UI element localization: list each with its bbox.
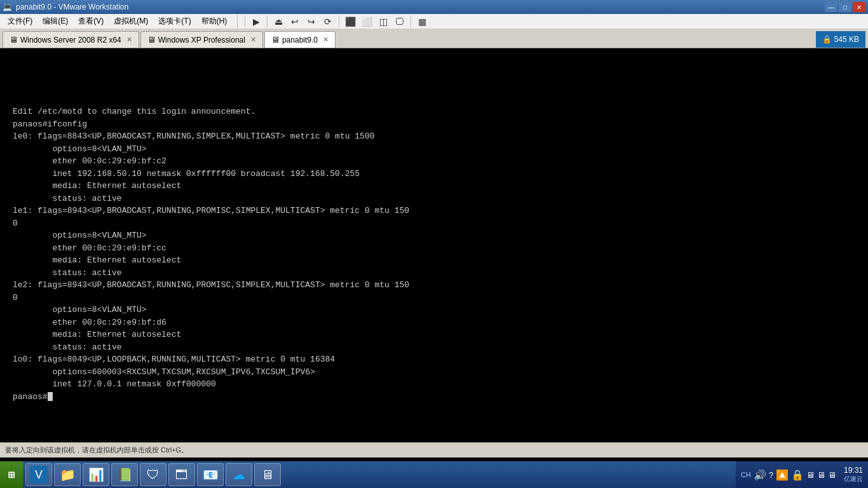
menubar: 文件(F) 编辑(E) 查看(V) 虚拟机(M) 选项卡(T) 帮助(H) ▶ … (0, 14, 868, 29)
network-badge: 🔒 545 KB (816, 31, 865, 48)
tab-windows-server-close[interactable]: ✕ (126, 36, 132, 44)
term-line-23: options=600003<RXCSUM,TXCSUM,RXCSUM_IPV6… (13, 366, 855, 379)
tab-windows-server[interactable]: 🖥 Windows Server 2008 R2 x64 ✕ (3, 31, 139, 48)
term-line-7: inet 192.168.50.10 netmask 0xffffff00 br… (13, 168, 855, 180)
tray-screen1[interactable]: 🖥 (806, 470, 815, 480)
titlebar-title: panabit9.0 - VMware Workstation (16, 3, 128, 11)
term-line-5: options=8<VLAN_MTU> (13, 143, 855, 156)
toolbar-btn-8[interactable]: ◫ (376, 15, 391, 29)
taskbar-app-4[interactable]: 📗 (111, 463, 138, 486)
start-icon: ⊞ (8, 470, 15, 480)
taskbar-app-7-icon: 📧 (203, 467, 219, 482)
toolbar-sep3 (339, 16, 339, 27)
toolbar-btn-4[interactable]: ↪ (304, 15, 319, 29)
term-line-22: lo0: flags=8049<UP,LOOPBACK,RUNNING,MULT… (13, 353, 855, 366)
term-line-9: status: active (13, 193, 855, 205)
toolbar-btn-2[interactable]: ⏏ (271, 15, 286, 29)
taskbar-app-vmware-icon: V (30, 466, 48, 484)
menu-view[interactable]: 查看(V) (73, 15, 109, 28)
cursor (48, 392, 53, 401)
term-line-11: 0 (13, 217, 855, 230)
toolbar-btn-7[interactable]: ⬜ (359, 15, 374, 29)
term-line-17: 0 (13, 292, 855, 304)
tab-panabit[interactable]: 🖥 panabit9.0 ✕ (264, 31, 336, 48)
taskbar-app-8-icon: ☁ (233, 467, 245, 482)
clock-label: 亿速云 (844, 475, 863, 484)
toolbar-sep1 (245, 16, 245, 27)
menu-edit[interactable]: 编辑(E) (37, 15, 73, 28)
term-line-8: media: Ethernet autoselect (13, 180, 855, 193)
term-line-4: le0: flags=8843<UP,BROADCAST,RUNNING,SIM… (13, 130, 855, 143)
clock[interactable]: 19:31 亿速云 (844, 466, 863, 484)
term-line-13: ether 00:0c:29:e9:bf:cc (13, 242, 855, 255)
taskbar-right: CH 🔊 ? 🔼 🔒 🖥 🖥 🖥 19:31 亿速云 (736, 461, 868, 488)
statusbar-text: 要将入定向到该虚拟机，请在虚拟机内部单击或按 Ctrl+G。 (5, 445, 188, 455)
taskbar-app-6-icon: 🗔 (175, 468, 188, 482)
term-line-20: media: Ethernet autoselect (13, 329, 855, 341)
network-badge-text: 545 KB (834, 35, 859, 44)
toolbar-btn-6[interactable]: ⬛ (342, 15, 358, 29)
tab-windows-xp-close[interactable]: ✕ (250, 36, 256, 44)
statusbar: 要将入定向到该虚拟机，请在虚拟机内部单击或按 Ctrl+G。 (0, 442, 868, 458)
term-line-18: options=8<VLAN_MTU> (13, 304, 855, 316)
taskbar-app-9-icon: 🖥 (261, 468, 274, 482)
tab-panabit-icon: 🖥 (271, 35, 280, 44)
tray-volume[interactable]: 🔊 (754, 469, 766, 481)
term-line-10: le1: flags=8943<UP,BROADCAST,RUNNING,PRO… (13, 205, 855, 217)
start-button[interactable]: ⊞ (0, 461, 23, 488)
terminal: Edit /etc/motd to change this login anno… (0, 105, 868, 403)
menu-vm[interactable]: 虚拟机(M) (109, 15, 153, 28)
tabsbar: 🖥 Windows Server 2008 R2 x64 ✕ 🖥 Windows… (0, 29, 868, 48)
minimize-button[interactable]: — (825, 2, 837, 12)
term-line-6: ether 00:0c:29:e9:bf:c2 (13, 155, 855, 168)
tray-help[interactable]: ? (769, 470, 773, 480)
taskbar-app-5-icon: 🛡 (147, 468, 159, 482)
term-line-3: panaos#ifconfig (13, 118, 855, 131)
menu-tabs[interactable]: 选项卡(T) (153, 15, 196, 28)
tab-panabit-close[interactable]: ✕ (323, 36, 329, 44)
taskbar-apps: V 📁 📊 📗 🛡 🗔 📧 ☁ 🖥 (23, 461, 736, 488)
taskbar: ⊞ V 📁 📊 📗 🛡 🗔 📧 ☁ 🖥 CH 🔊 (0, 461, 868, 488)
term-line-1: Edit /etc/motd to change this login anno… (13, 105, 855, 118)
tab-windows-server-icon: 🖥 (10, 35, 18, 44)
tray-ch: CH (741, 471, 751, 478)
titlebar-left: 💻 panabit9.0 - VMware Workstation (3, 3, 128, 11)
tray-screen3[interactable]: 🖥 (828, 470, 836, 480)
titlebar: 💻 panabit9.0 - VMware Workstation — □ ✕ (0, 0, 868, 14)
term-line-24: inet 127.0.0.1 netmask 0xff000000 (13, 378, 855, 391)
toolbar-btn-5[interactable]: ⟳ (320, 15, 336, 29)
taskbar-app-6[interactable]: 🗔 (168, 463, 195, 486)
toolbar-btn-10[interactable]: ▦ (414, 15, 430, 29)
titlebar-icon: 💻 (3, 3, 12, 11)
taskbar-app-explorer[interactable]: 📁 (54, 463, 81, 486)
tray-lock[interactable]: 🔒 (791, 469, 804, 481)
vm-screen[interactable]: Edit /etc/motd to change this login anno… (0, 48, 868, 442)
clock-time: 19:31 (844, 466, 863, 475)
tray-up[interactable]: 🔼 (776, 469, 789, 481)
taskbar-app-9[interactable]: 🖥 (254, 463, 281, 486)
taskbar-app-vmware[interactable]: V (25, 463, 52, 486)
menu-help[interactable]: 帮助(H) (196, 15, 233, 28)
toolbar-btn-1[interactable]: ▶ (248, 15, 264, 29)
taskbar-app-8[interactable]: ☁ (226, 463, 252, 486)
term-line-12: options=8<VLAN_MTU> (13, 229, 855, 242)
tab-windows-xp[interactable]: 🖥 Windows XP Professional ✕ (140, 31, 263, 48)
toolbar-btn-3[interactable]: ↩ (287, 15, 302, 29)
tab-windows-xp-icon: 🖥 (147, 35, 156, 44)
taskbar-app-7[interactable]: 📧 (197, 463, 224, 486)
toolbar-sep2 (267, 16, 268, 27)
toolbar-btn-9[interactable]: 🖵 (392, 15, 407, 29)
tab-panabit-label: panabit9.0 (282, 36, 318, 44)
taskbar-app-3[interactable]: 📊 (83, 463, 109, 486)
menu-file[interactable]: 文件(F) (3, 15, 37, 28)
term-line-14: media: Ethernet autoselect (13, 254, 855, 267)
close-button[interactable]: ✕ (853, 2, 865, 12)
term-line-21: status: active (13, 341, 855, 354)
term-line-25: panaos# (13, 391, 855, 403)
taskbar-app-5[interactable]: 🛡 (140, 463, 166, 486)
toolbar-sep4 (410, 16, 411, 27)
maximize-button[interactable]: □ (839, 2, 851, 12)
taskbar-app-explorer-icon: 📁 (60, 467, 76, 482)
term-line-19: ether 00:0c:29:e9:bf:d6 (13, 316, 855, 329)
tray-screen2[interactable]: 🖥 (817, 470, 825, 480)
